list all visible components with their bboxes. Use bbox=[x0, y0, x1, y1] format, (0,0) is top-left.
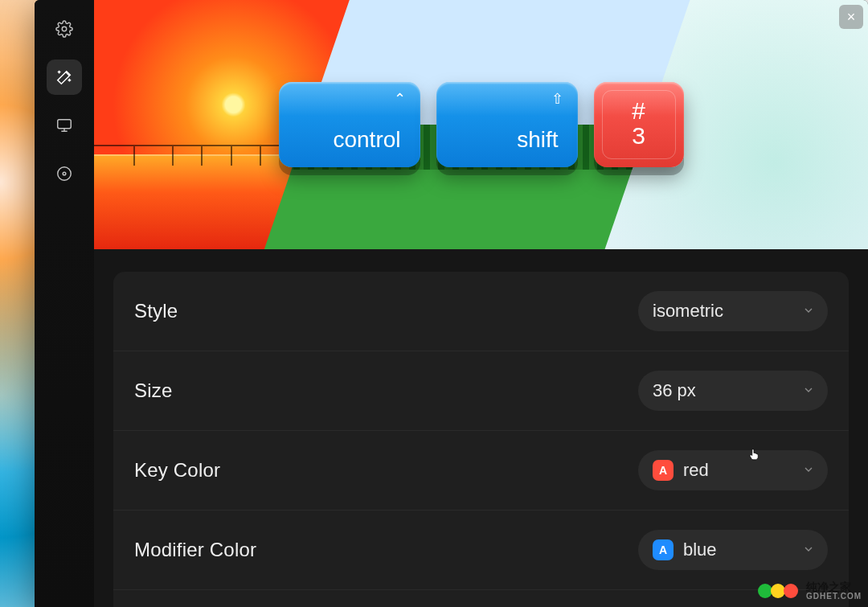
gear-icon bbox=[55, 20, 73, 38]
sidebar-item-record[interactable] bbox=[47, 156, 82, 191]
keycap-shift-label: shift bbox=[517, 127, 558, 153]
row-size: Size 36 px bbox=[113, 351, 849, 431]
select-key-color-value: red bbox=[683, 460, 709, 481]
chevron-down-icon bbox=[802, 301, 815, 322]
select-style-value: isometric bbox=[653, 301, 723, 322]
keycap-preview: ⌃ control ⇧ shift # 3 bbox=[279, 82, 684, 167]
select-size[interactable]: 36 px bbox=[638, 371, 828, 411]
select-style[interactable]: isometric bbox=[638, 291, 828, 331]
keycap-control: ⌃ control bbox=[279, 82, 420, 167]
close-icon: × bbox=[847, 9, 856, 26]
row-modifier-color: Modifier Color A blue bbox=[113, 511, 849, 590]
select-size-value: 36 px bbox=[653, 380, 696, 401]
keycap-key-bottom: 3 bbox=[632, 123, 645, 149]
preferences-window: × ⌃ control ⇧ shift # 3 Style isometric bbox=[35, 0, 868, 607]
select-modifier-color[interactable]: A blue bbox=[638, 530, 828, 570]
swatch-key-color: A bbox=[653, 460, 674, 481]
sidebar-item-style[interactable] bbox=[47, 59, 82, 95]
settings-panel: Style isometric Size 36 px Key Color A r… bbox=[94, 249, 868, 607]
row-key-color-label: Key Color bbox=[134, 459, 220, 482]
chevron-down-icon bbox=[802, 539, 815, 560]
close-button[interactable]: × bbox=[839, 5, 863, 29]
row-style: Style isometric bbox=[113, 272, 849, 351]
disc-icon bbox=[55, 165, 73, 183]
chevron-down-icon bbox=[802, 460, 815, 481]
select-key-color[interactable]: A red bbox=[638, 450, 828, 490]
watermark-dot-red bbox=[784, 584, 798, 598]
sidebar-item-display[interactable] bbox=[47, 108, 82, 143]
chevron-down-icon bbox=[802, 380, 815, 401]
keycap-shift: ⇧ shift bbox=[436, 82, 578, 167]
svg-rect-1 bbox=[58, 120, 72, 129]
preview-area: × ⌃ control ⇧ shift # 3 bbox=[94, 0, 868, 249]
keycap-key-top: # bbox=[632, 98, 645, 124]
row-size-label: Size bbox=[134, 379, 173, 402]
keycap-control-glyph: ⌃ bbox=[394, 90, 406, 108]
row-key-color: Key Color A red bbox=[113, 431, 849, 511]
keycap-shift-glyph: ⇧ bbox=[551, 90, 563, 108]
svg-point-2 bbox=[58, 167, 72, 181]
row-style-label: Style bbox=[134, 300, 178, 322]
monitor-icon bbox=[55, 117, 73, 134]
watermark-line1: 纯净之家 bbox=[806, 581, 862, 593]
keycap-control-label: control bbox=[333, 127, 400, 153]
watermark-line2: GDHET.COM bbox=[806, 593, 862, 601]
watermark: 纯净之家 GDHET.COM bbox=[758, 581, 862, 601]
keycap-key: # 3 bbox=[594, 82, 684, 167]
row-border-color: Border Color silver bbox=[113, 590, 849, 607]
swatch-modifier-color: A bbox=[653, 539, 674, 560]
sidebar bbox=[35, 0, 94, 607]
svg-point-0 bbox=[62, 27, 67, 31]
select-modifier-color-value: blue bbox=[683, 539, 717, 560]
wand-icon bbox=[55, 68, 73, 86]
settings-list: Style isometric Size 36 px Key Color A r… bbox=[113, 272, 849, 607]
svg-point-3 bbox=[63, 172, 66, 175]
sidebar-item-settings[interactable] bbox=[47, 11, 82, 47]
row-modifier-color-label: Modifier Color bbox=[134, 539, 256, 561]
